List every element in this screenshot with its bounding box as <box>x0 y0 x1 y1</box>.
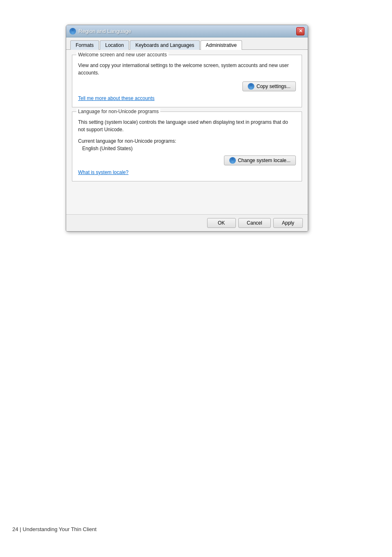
change-locale-button[interactable]: Change system locale... <box>224 155 296 165</box>
tab-keyboards[interactable]: Keyboards and Languages <box>130 40 199 50</box>
change-locale-icon <box>229 157 236 164</box>
current-lang-value: English (United States) <box>78 146 296 151</box>
tab-administrative[interactable]: Administrative <box>201 40 242 50</box>
non-unicode-section: Language for non-Unicode programs This s… <box>72 111 302 181</box>
region-language-dialog: Region and Language ✕ Formats Location K… <box>66 25 308 232</box>
welcome-screen-section: Welcome screen and new user accounts Vie… <box>72 55 302 107</box>
current-lang-label: Current language for non-Unicode program… <box>78 138 296 144</box>
locale-help-link[interactable]: What is system locale? <box>78 169 129 175</box>
content-spacer <box>72 186 302 210</box>
copy-settings-button[interactable]: Copy settings... <box>242 81 296 91</box>
change-locale-label: Change system locale... <box>238 158 291 163</box>
tab-location[interactable]: Location <box>100 40 129 50</box>
window-icon <box>69 28 76 35</box>
close-button[interactable]: ✕ <box>296 27 304 35</box>
copy-settings-icon <box>248 83 254 90</box>
window-title: Region and Language <box>78 28 131 34</box>
ok-button[interactable]: OK <box>207 218 236 228</box>
dialog-footer: OK Cancel Apply <box>66 214 308 231</box>
section1-description: View and copy your international setting… <box>78 62 296 77</box>
apply-button[interactable]: Apply <box>273 218 303 228</box>
section2-description: This setting (system locale) controls th… <box>78 118 296 133</box>
section2-title: Language for non-Unicode programs <box>76 109 160 114</box>
title-bar: Region and Language ✕ <box>66 25 308 37</box>
content-area: Welcome screen and new user accounts Vie… <box>66 50 308 214</box>
copy-settings-label: Copy settings... <box>256 84 291 89</box>
page-footer-text: 24 | Understanding Your Thin Client <box>12 526 97 532</box>
tab-formats[interactable]: Formats <box>70 40 99 50</box>
cancel-button[interactable]: Cancel <box>238 218 271 228</box>
section1-title: Welcome screen and new user accounts <box>76 52 168 58</box>
accounts-help-link[interactable]: Tell me more about these accounts <box>78 95 154 101</box>
tab-bar: Formats Location Keyboards and Languages… <box>66 37 308 50</box>
